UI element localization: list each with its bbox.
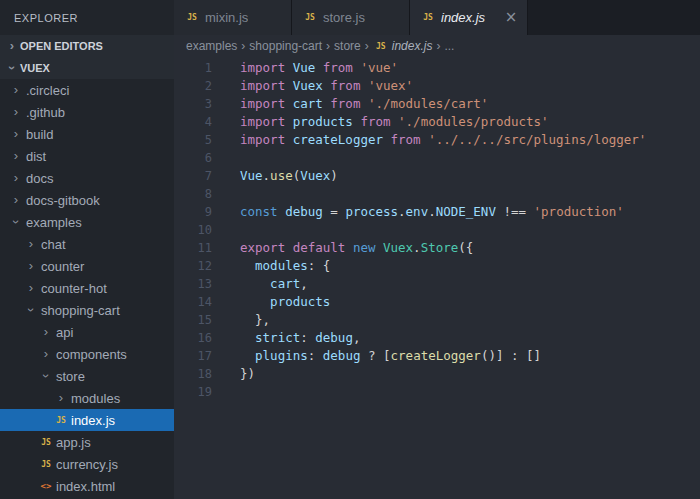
file-tree: ›.circleci›.github›build›dist›docs›docs-… <box>0 79 174 499</box>
tree-item-store[interactable]: ›store <box>0 365 174 387</box>
chevron-right-icon: › <box>8 126 24 142</box>
code-text: import products from './modules/products… <box>240 113 549 131</box>
js-file-icon: JS <box>38 438 54 447</box>
code-token: from <box>315 60 360 75</box>
code-line: 3import cart from './modules/cart' <box>174 95 700 113</box>
code-editor[interactable]: 1import Vue from 'vue'2import Vuex from … <box>174 57 700 499</box>
breadcrumb-item-more[interactable]: ... <box>444 39 454 53</box>
code-line: 12 modules: { <box>174 257 700 275</box>
tree-item-label: examples <box>26 215 82 230</box>
tree-item-examples[interactable]: ›examples <box>0 211 174 233</box>
tree-item-circleci[interactable]: ›.circleci <box>0 79 174 101</box>
js-file-icon: JS <box>53 416 69 425</box>
code-token: Vue <box>240 168 263 183</box>
tree-item-build[interactable]: ›build <box>0 123 174 145</box>
tree-item-label: chat <box>41 237 66 252</box>
code-token: export default <box>240 240 353 255</box>
code-text: plugins: debug ? [createLogger()] : [] <box>240 347 541 365</box>
code-token: import <box>240 96 293 111</box>
code-token: Vuex <box>293 78 323 93</box>
tree-item-index-html[interactable]: <>index.html <box>0 475 174 497</box>
tree-item-api[interactable]: ›api <box>0 321 174 343</box>
code-token: 'vuex' <box>368 78 413 93</box>
explorer-sidebar: EXPLORER ›OPEN EDITORS›VUEX ›.circleci›.… <box>0 0 174 499</box>
code-text: }) <box>240 365 255 383</box>
close-icon[interactable]: × <box>503 10 519 25</box>
tree-item-counter-hot[interactable]: ›counter-hot <box>0 277 174 299</box>
breadcrumb-item-index-js[interactable]: JSindex.js <box>373 39 433 53</box>
tree-item-shopping-cart[interactable]: ›shopping-cart <box>0 299 174 321</box>
section-label: OPEN EDITORS <box>20 40 103 52</box>
tree-item-app-js[interactable]: JSapp.js <box>0 431 174 453</box>
tree-item-modules[interactable]: ›modules <box>0 387 174 409</box>
line-number: 14 <box>174 293 212 311</box>
code-token: , <box>353 330 361 345</box>
tree-item-index-js[interactable]: JSindex.js <box>0 409 174 431</box>
tab-mixin-js[interactable]: JSmixin.js <box>174 0 292 35</box>
section-open-editors[interactable]: ›OPEN EDITORS <box>0 35 174 57</box>
breadcrumb-item-shopping-cart[interactable]: shopping-cart <box>249 39 322 53</box>
tree-item-chat[interactable]: ›chat <box>0 233 174 255</box>
line-number: 5 <box>174 131 212 149</box>
breadcrumb-item-store[interactable]: store <box>334 39 361 53</box>
tree-item-label: modules <box>71 391 120 406</box>
chevron-down-icon: › <box>8 214 24 230</box>
code-token: . <box>428 204 436 219</box>
tab-store-js[interactable]: JSstore.js <box>292 0 410 35</box>
chevron-right-icon: › <box>8 82 24 98</box>
line-number: 4 <box>174 113 212 131</box>
code-token: ) <box>330 168 338 183</box>
breadcrumb-label: ... <box>444 39 454 53</box>
tab-bar: JSmixin.jsJSstore.jsJSindex.js× <box>174 0 700 35</box>
code-token: env <box>406 204 429 219</box>
chevron-right-icon: › <box>239 39 247 53</box>
code-line: 13 cart, <box>174 275 700 293</box>
tab-label: index.js <box>441 10 485 25</box>
code-token: . <box>263 168 271 183</box>
line-number: 7 <box>174 167 212 185</box>
tab-label: mixin.js <box>205 10 248 25</box>
code-token: import <box>240 60 293 75</box>
tree-item-dist[interactable]: ›dist <box>0 145 174 167</box>
js-file-icon: JS <box>184 13 200 22</box>
js-file-icon: JS <box>420 13 436 22</box>
code-line: 15 }, <box>174 311 700 329</box>
explorer-sections: ›OPEN EDITORS›VUEX <box>0 35 174 79</box>
code-text: const debug = process.env.NODE_ENV !== '… <box>240 203 624 221</box>
chevron-right-icon: › <box>53 390 69 406</box>
chevron-right-icon: › <box>4 38 20 54</box>
line-number: 9 <box>174 203 212 221</box>
chevron-right-icon: › <box>8 170 24 186</box>
tree-item-currency-js[interactable]: JScurrency.js <box>0 453 174 475</box>
code-token: strict <box>255 330 300 345</box>
line-number: 12 <box>174 257 212 275</box>
code-line: 4import products from './modules/product… <box>174 113 700 131</box>
code-token: './modules/products' <box>398 114 549 129</box>
code-token: products <box>293 114 353 129</box>
code-text: Vue.use(Vuex) <box>240 167 338 185</box>
tree-item-docs-gitbook[interactable]: ›docs-gitbook <box>0 189 174 211</box>
code-token: . <box>413 240 421 255</box>
code-line: 11export default new Vuex.Store({ <box>174 239 700 257</box>
code-line: 1import Vue from 'vue' <box>174 59 700 77</box>
code-token: plugins <box>255 348 308 363</box>
tree-item-label: docs-gitbook <box>26 193 100 208</box>
code-text: import Vuex from 'vuex' <box>240 77 413 95</box>
explorer-title: EXPLORER <box>0 0 174 35</box>
breadcrumb-item-examples[interactable]: examples <box>186 39 237 53</box>
code-token: createLogger <box>293 132 383 147</box>
chevron-right-icon: › <box>8 192 24 208</box>
tree-item-counter[interactable]: ›counter <box>0 255 174 277</box>
tree-item-label: .github <box>26 105 65 120</box>
code-token: Vuex <box>300 168 330 183</box>
tree-item-components[interactable]: ›components <box>0 343 174 365</box>
tab-index-js[interactable]: JSindex.js× <box>410 0 528 35</box>
tree-item-github[interactable]: ›.github <box>0 101 174 123</box>
chevron-right-icon: › <box>38 346 54 362</box>
tree-item-docs[interactable]: ›docs <box>0 167 174 189</box>
chevron-down-icon: › <box>4 60 20 76</box>
code-token: from <box>353 114 398 129</box>
section-vuex[interactable]: ›VUEX <box>0 57 174 79</box>
tree-item-label: docs <box>26 171 53 186</box>
code-line: 9const debug = process.env.NODE_ENV !== … <box>174 203 700 221</box>
